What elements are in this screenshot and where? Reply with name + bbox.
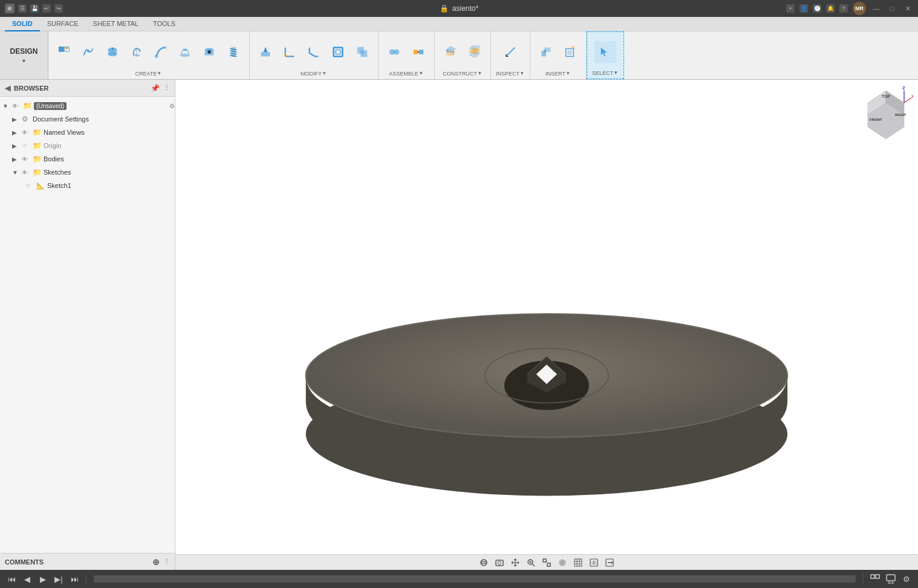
tree-eye-root[interactable]: 👁 [12,103,21,109]
tab-sheet-metal[interactable]: SHEET METAL [86,17,146,31]
press-pull-icon[interactable] [255,41,276,63]
camera-icon[interactable] [493,556,506,569]
bell-icon[interactable]: 🔔 [826,4,835,13]
new-component-icon[interactable] [53,41,75,63]
assemble-arrow-icon[interactable]: ▾ [418,70,424,76]
tree-arrow-bodies[interactable]: ▶ [12,156,19,163]
combine-icon[interactable] [351,41,373,63]
zoom-icon[interactable] [524,556,538,569]
orbit-icon[interactable] [477,556,490,569]
offset-plane-icon[interactable] [440,41,461,63]
tree-arrow-sketches[interactable]: ▼ [12,169,19,176]
measure-icon[interactable] [500,41,521,63]
tree-eye-origin[interactable]: 👁 [22,143,30,149]
tree-eye-bodies[interactable]: 👁 [22,156,30,163]
revolve-icon[interactable] [126,41,148,63]
save-icon[interactable]: 💾 [30,4,39,13]
comments-resize-icon[interactable]: ⋮ [163,558,170,566]
timeline-area[interactable] [91,575,858,583]
tree-eye-sketch1[interactable]: 👁 [25,183,34,189]
insert-arrow-icon[interactable]: ▾ [565,70,571,76]
plus-button[interactable]: + [786,4,795,13]
undo-button[interactable]: ↩ [42,4,51,13]
pan-icon[interactable] [509,556,522,569]
timeline-prev-btn[interactable]: ◀ [21,572,34,586]
account-icon[interactable]: 👤 [799,4,808,13]
select-arrow-icon[interactable]: ▾ [613,69,619,76]
redo-button[interactable]: ↪ [54,4,63,13]
browser-header: ◀ BROWSER 📌 ⋮ [0,80,175,97]
comments-add-icon[interactable]: ⊕ [152,557,160,567]
tab-surface[interactable]: SURFACE [40,17,86,31]
browser-resize-icon[interactable]: ⋮ [163,84,170,92]
view-toggle-icon[interactable] [868,572,882,586]
tree-eye-sketches[interactable]: 👁 [22,169,30,176]
tree-arrow-root[interactable]: ▼ [2,103,10,109]
browser-panel: ◀ BROWSER 📌 ⋮ ▼ 👁 📁 (Unsaved) ⚙ [0,80,175,553]
minimize-button[interactable]: — [871,3,882,14]
help-icon[interactable]: ? [839,4,848,13]
tree-item-sketches[interactable]: ▼ 👁 📁 Sketches [0,166,175,179]
display-mode-icon[interactable] [556,556,569,569]
display-toggle-icon[interactable] [884,572,897,586]
svg-rect-35 [414,50,418,54]
tree-item-bodies[interactable]: ▶ 👁 📁 Bodies [0,152,175,166]
timeline-start-btn[interactable]: ⏮ [5,572,18,586]
thread-icon[interactable] [223,41,244,63]
tree-icon-doc-settings: ⚙ [22,115,30,123]
chamfer-icon[interactable] [303,41,325,63]
extrude-icon[interactable] [102,41,123,63]
tree-item-origin[interactable]: ▶ 👁 📁 Origin [0,139,175,152]
create-form-icon[interactable] [77,41,99,63]
menu-icon[interactable]: ☰ [18,4,27,13]
settings-gear-icon[interactable]: ⚙ [900,572,913,586]
close-button[interactable]: ✕ [902,3,913,14]
tree-label-bodies: Bodies [44,155,64,163]
inspect-arrow-icon[interactable]: ▾ [519,70,525,76]
tree-item-sketch1[interactable]: 👁 📐 Sketch1 [0,179,175,192]
create-section: CREATE ▾ [48,31,250,79]
hole-icon[interactable] [198,41,220,63]
maximize-button[interactable]: □ [887,3,897,14]
timeline-end-btn[interactable]: ⏭ [68,572,81,586]
tree-arrow-named-views[interactable]: ▶ [12,129,19,136]
more-icon[interactable] [603,556,616,569]
midplane-icon[interactable] [464,41,486,63]
insert-canvas-icon[interactable] [559,41,581,63]
tree-icon-sketch1: 📐 [36,182,45,190]
joint-icon[interactable] [383,41,405,63]
sweep-icon[interactable] [150,41,172,63]
modify-arrow-icon[interactable]: ▾ [322,70,327,76]
insert-mesh-icon[interactable] [535,41,557,63]
svg-text:TOP: TOP [882,94,891,99]
tree-item-doc-settings[interactable]: ▶ ⚙ Document Settings [0,112,175,126]
app-grid-icon[interactable]: ⊞ [5,4,15,13]
tree-gear-root[interactable]: ⚙ [169,103,175,109]
create-arrow-icon[interactable]: ▾ [157,70,162,76]
as-built-joint-icon[interactable] [408,41,429,63]
browser-pin-icon[interactable]: 📌 [151,84,160,92]
design-button[interactable]: DESIGN ▼ [0,31,48,79]
clock-icon[interactable]: 🕐 [813,4,821,13]
select-icon[interactable] [594,41,616,63]
loft-icon[interactable] [174,41,196,63]
tree-item-named-views[interactable]: ▶ 👁 📁 Named Views [0,126,175,139]
browser-collapse-icon[interactable]: ◀ [5,84,10,92]
timeline-next-btn[interactable]: ▶| [52,572,65,586]
tree-item-root[interactable]: ▼ 👁 📁 (Unsaved) ⚙ [0,99,175,112]
construct-arrow-icon[interactable]: ▾ [477,70,483,76]
viewport[interactable]: TOP FRONT RIGHT Z X [175,80,918,554]
fillet-icon[interactable] [279,41,301,63]
tab-solid[interactable]: SOLID [5,17,40,31]
view-cube[interactable]: TOP FRONT RIGHT Z X [859,85,913,139]
tree-arrow-doc-settings[interactable]: ▶ [12,116,19,123]
avatar-button[interactable]: MR [853,2,866,15]
tree-arrow-origin[interactable]: ▶ [12,143,19,149]
tab-tools[interactable]: TOOLS [146,17,183,31]
units-icon[interactable] [587,556,601,569]
shell-icon[interactable] [327,41,349,63]
fit-icon[interactable] [540,556,553,569]
tree-eye-named-views[interactable]: 👁 [22,129,30,136]
timeline-play-btn[interactable]: ▶ [36,572,50,586]
grid-icon[interactable] [571,556,585,569]
